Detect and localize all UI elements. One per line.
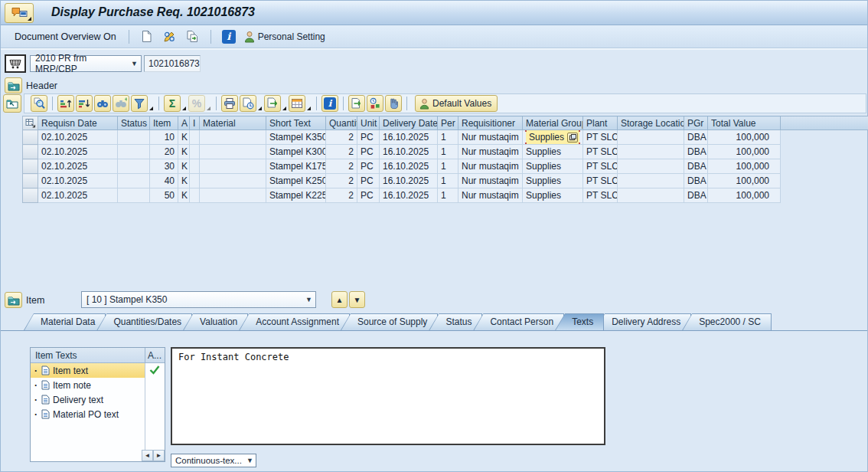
col-header-item[interactable]: Item (150, 116, 178, 130)
possible-entries-button[interactable] (567, 133, 578, 143)
col-header-short-text[interactable]: Short Text (266, 116, 326, 130)
cell[interactable]: DBA (684, 145, 708, 159)
tab-valuation[interactable]: Valuation (183, 313, 248, 330)
find-button[interactable] (94, 95, 111, 112)
display-change-icon[interactable] (162, 28, 178, 45)
cell[interactable] (118, 145, 150, 159)
cell[interactable] (200, 159, 266, 174)
cell[interactable]: 1 (438, 188, 458, 203)
personal-setting-button[interactable]: Personal Setting (243, 31, 325, 43)
cell[interactable]: 100,000 (708, 145, 781, 159)
cell[interactable]: 100,000 (708, 174, 781, 188)
hold-button[interactable] (385, 95, 402, 112)
cell[interactable]: 2 (326, 145, 357, 159)
availability-check-button[interactable] (367, 95, 383, 112)
col-header-unit[interactable]: Unit (357, 116, 380, 130)
row-selector[interactable] (23, 188, 38, 203)
tab-quantities-dates[interactable]: Quantities/Dates (96, 313, 192, 330)
row-selector[interactable] (23, 130, 38, 145)
filter-button[interactable] (131, 95, 148, 112)
cell[interactable]: K (178, 130, 190, 145)
create-document-icon[interactable] (139, 28, 155, 45)
cell[interactable]: 2 (326, 188, 357, 203)
copy-document-icon[interactable] (184, 28, 201, 45)
text-type-item-note[interactable]: Item note (31, 378, 145, 392)
col-header-plant[interactable]: Plant (583, 116, 618, 130)
cell[interactable]: DBA (684, 159, 708, 174)
cell[interactable]: Nur mustaqim (458, 130, 523, 145)
cell[interactable]: 50 (150, 188, 178, 203)
views-button[interactable] (240, 95, 256, 112)
print-button[interactable] (221, 95, 238, 112)
col-header-requisn-date[interactable]: Requisn Date (38, 116, 118, 130)
item-details-info-button[interactable]: i (321, 95, 338, 112)
document-overview-button[interactable]: Document Overview On (11, 30, 119, 44)
col-header-per[interactable]: Per (438, 116, 458, 130)
scroll-left-button[interactable]: ◄ (142, 450, 153, 461)
cell[interactable]: 1 (438, 159, 458, 174)
cell[interactable]: Supplies (523, 159, 583, 174)
cell[interactable] (118, 159, 150, 174)
cell[interactable] (618, 145, 684, 159)
cell[interactable]: Supplies (523, 188, 583, 203)
cell[interactable]: 16.10.2025 (380, 145, 438, 159)
export-button[interactable] (264, 95, 281, 112)
cell[interactable] (618, 174, 684, 188)
cell[interactable]: 02.10.2025 (38, 159, 118, 174)
services-for-object-button[interactable] (5, 3, 34, 23)
text-format-select[interactable]: Continuous-tex... ▼ (171, 454, 256, 467)
text-type-delivery-text[interactable]: Delivery text (31, 392, 145, 407)
cell[interactable] (190, 188, 200, 203)
cell[interactable]: 2 (326, 130, 357, 145)
tab-source-of-supply[interactable]: Source of Supply (341, 313, 438, 330)
col-header-delivery-date[interactable]: Delivery Date (380, 116, 438, 130)
cell[interactable]: 02.10.2025 (38, 188, 118, 203)
col-header-quantity[interactable]: Quantity (326, 116, 357, 130)
header-expand-button[interactable] (5, 77, 22, 93)
cell[interactable]: Stampel K225 (266, 188, 326, 203)
cell[interactable]: DBA (684, 188, 708, 203)
cell[interactable]: PT SLCI (583, 145, 618, 159)
next-item-button[interactable]: ▼ (349, 291, 365, 308)
cell[interactable]: 2 (326, 174, 357, 188)
cell[interactable]: DBA (684, 174, 708, 188)
cell[interactable]: 1 (438, 174, 458, 188)
cell[interactable] (190, 130, 200, 145)
col-header-storage-location[interactable]: Storage Location (618, 116, 684, 130)
cell[interactable]: 100,000 (708, 188, 781, 203)
cell[interactable]: 1 (438, 145, 458, 159)
material-group-active-cell[interactable]: Supplies (523, 130, 583, 145)
cell[interactable]: Stampel K350 (266, 130, 326, 145)
cell[interactable]: Nur mustaqim (458, 145, 523, 159)
cell[interactable]: K (178, 159, 190, 174)
pr-number-field[interactable]: 1021016873 (144, 55, 201, 72)
cell[interactable]: Supplies (523, 174, 583, 188)
choose-layout-button[interactable] (289, 95, 305, 112)
cell[interactable]: 16.10.2025 (380, 188, 438, 203)
row-selector[interactable] (23, 145, 38, 159)
tab-account-assignment[interactable]: Account Assignment (239, 313, 350, 330)
text-type-item-text[interactable]: Item text (31, 363, 145, 378)
sort-descending-button[interactable] (76, 95, 93, 112)
col-header-total-value[interactable]: Total Value (708, 116, 781, 130)
text-type-material-po-text[interactable]: Material PO text (31, 407, 145, 421)
cell[interactable]: Nur mustaqim (458, 174, 523, 188)
col-header-status[interactable]: Status (118, 116, 150, 130)
sort-ascending-button[interactable] (57, 95, 74, 112)
cell[interactable]: Stampel K250 (266, 174, 326, 188)
scroll-right-button[interactable]: ► (153, 450, 165, 461)
cell[interactable]: PT SLCI (583, 174, 618, 188)
col-header-pgr[interactable]: PGr (684, 116, 708, 130)
cell[interactable]: 10 (150, 130, 178, 145)
cell[interactable]: PT SLCI (583, 188, 618, 203)
cell[interactable]: PC (357, 145, 380, 159)
row-selector[interactable] (23, 174, 38, 188)
row-selector[interactable] (23, 159, 38, 174)
default-values-button[interactable]: Default Values (415, 95, 498, 112)
cell[interactable]: Nur mustaqim (458, 159, 523, 174)
col-header-i[interactable]: I (190, 116, 200, 130)
info-icon[interactable]: i (220, 28, 237, 45)
cell[interactable] (118, 130, 150, 145)
col-header-a[interactable]: A (178, 116, 190, 130)
item-text-editor[interactable]: For Instant Concrete (171, 347, 605, 445)
